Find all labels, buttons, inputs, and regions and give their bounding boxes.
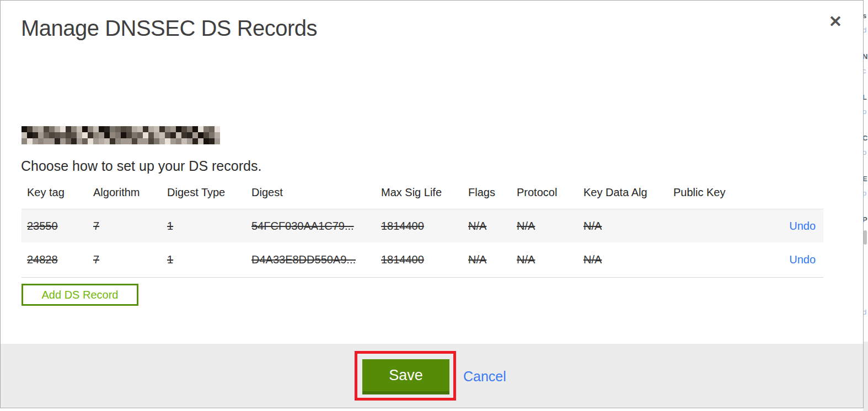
close-icon[interactable]: ✕ [824, 10, 846, 33]
col-header-algorithm: Algorithm [93, 186, 167, 199]
add-ds-record-button[interactable]: Add DS Record [22, 284, 138, 306]
cell-algorithm: 7 [93, 253, 167, 266]
save-button[interactable]: Save [362, 359, 449, 394]
annotation-highlight-box: Save [355, 351, 456, 401]
cell-key-data-alg: N/A [583, 220, 673, 232]
modal-title: Manage DNSSEC DS Records [21, 16, 317, 41]
table-row: 24828 7 1 D4A33E8DD550A9... 1814400 N/A … [22, 242, 823, 278]
cell-max-sig-life: 1814400 [381, 253, 468, 266]
cell-action: Undo [751, 253, 823, 266]
cell-flags: N/A [468, 253, 517, 266]
cell-protocol: N/A [517, 253, 583, 266]
col-header-protocol: Protocol [517, 186, 583, 199]
col-header-digest-type: Digest Type [167, 186, 251, 199]
intro-text: Choose how to set up your DS records. [21, 158, 261, 174]
col-header-key-tag: Key tag [27, 186, 93, 199]
table-header: Key tag Algorithm Digest Type Digest Max… [27, 185, 819, 200]
col-header-digest: Digest [251, 186, 381, 199]
cell-digest: D4A33E8DD550A9... [251, 253, 381, 266]
cell-action: Undo [751, 220, 823, 232]
cell-digest: 54FCF030AA1C79... [251, 220, 381, 232]
domain-name-redacted [22, 126, 220, 144]
background-text-fragment: L [863, 94, 867, 101]
background-text-fragment: E [863, 175, 867, 182]
cancel-link[interactable]: Cancel [463, 369, 506, 385]
screen: sdNcLoCoEpPd Manage DNSSEC DS Records ✕ … [0, 0, 868, 411]
background-footer-strip [863, 342, 868, 411]
cell-key-tag: 23550 [27, 220, 93, 232]
col-header-max-sig-life: Max Sig Life [381, 186, 468, 199]
cell-key-data-alg: N/A [583, 253, 673, 266]
cell-key-tag: 24828 [27, 253, 93, 266]
background-text-fragment: N [863, 53, 867, 60]
cell-flags: N/A [468, 220, 517, 232]
modal-footer: Save Cancel [1, 344, 863, 408]
cell-algorithm: 7 [93, 220, 167, 232]
dnssec-modal: Manage DNSSEC DS Records ✕ Choose how to… [0, 0, 864, 408]
cell-digest-type: 1 [167, 253, 251, 266]
background-page-strip: sdNcLoCoEpPd [863, 0, 868, 411]
col-header-public-key: Public Key [673, 186, 751, 199]
undo-link[interactable]: Undo [789, 220, 816, 232]
scrollbar-thumb [864, 230, 867, 245]
undo-link[interactable]: Undo [789, 253, 816, 266]
table-row: 23550 7 1 54FCF030AA1C79... 1814400 N/A … [22, 209, 823, 242]
background-text-fragment: P [863, 216, 867, 223]
cell-digest-type: 1 [167, 220, 251, 232]
cell-protocol: N/A [517, 220, 583, 232]
col-header-key-data-alg: Key Data Alg [583, 186, 673, 199]
background-text-fragment: C [863, 134, 867, 142]
col-header-flags: Flags [468, 186, 517, 199]
cell-max-sig-life: 1814400 [381, 220, 468, 232]
